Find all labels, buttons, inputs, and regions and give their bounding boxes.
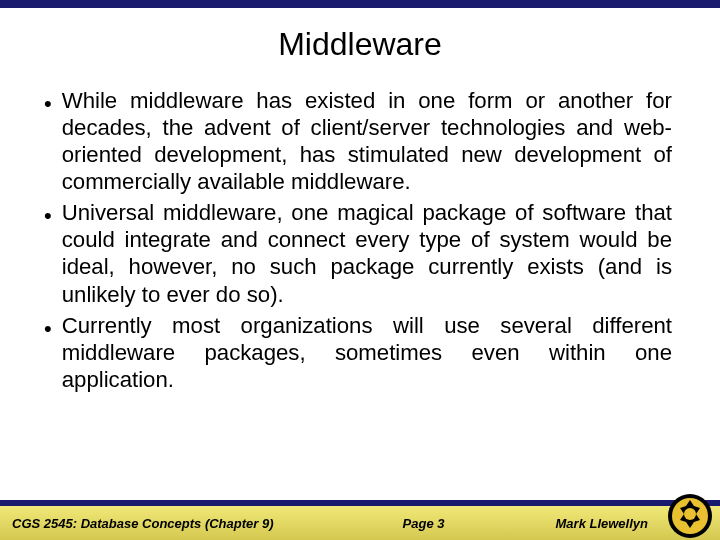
bullet-icon: • [44, 315, 52, 396]
bullet-text: Currently most organizations will use se… [62, 312, 672, 393]
university-logo-icon [666, 492, 714, 540]
slide-content: • While middleware has existed in one fo… [0, 87, 720, 393]
top-accent-bar [0, 0, 720, 8]
footer-bar: CGS 2545: Database Concepts (Chapter 9) … [0, 500, 720, 540]
slide-title: Middleware [0, 26, 720, 63]
svg-point-2 [684, 508, 696, 520]
bullet-text: While middleware has existed in one form… [62, 87, 672, 195]
bullet-icon: • [44, 202, 52, 310]
footer-page: Page 3 [274, 516, 556, 531]
footer-course: CGS 2545: Database Concepts (Chapter 9) [12, 516, 274, 531]
list-item: • Currently most organizations will use … [44, 312, 672, 393]
list-item: • While middleware has existed in one fo… [44, 87, 672, 195]
bullet-icon: • [44, 90, 52, 198]
list-item: • Universal middleware, one magical pack… [44, 199, 672, 307]
bullet-text: Universal middleware, one magical packag… [62, 199, 672, 307]
